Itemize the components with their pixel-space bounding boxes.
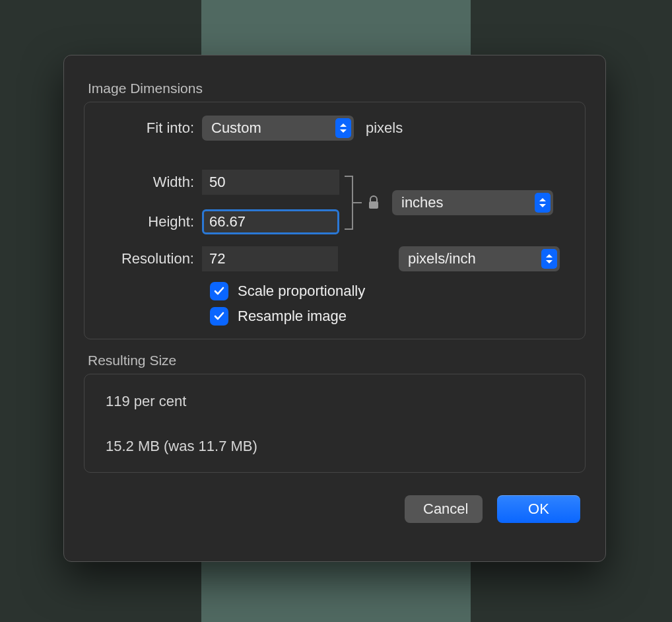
check-icon	[213, 310, 225, 322]
resample-image-checkbox[interactable]	[210, 307, 228, 326]
svg-rect-0	[369, 201, 378, 209]
image-dimensions-group: Fit into: Custom pixels Width: Height:	[84, 102, 586, 339]
resulting-size-title: Resulting Size	[88, 353, 586, 368]
ok-button[interactable]: OK	[497, 495, 580, 523]
resolution-unit-select[interactable]: pixels/inch	[399, 246, 560, 271]
chevron-updown-icon	[541, 249, 557, 269]
resulting-size-group: 119 per cent 15.2 MB (was 11.7 MB)	[84, 374, 586, 473]
chevron-updown-icon	[535, 193, 551, 213]
lock-icon	[367, 170, 380, 236]
scale-proportionally-checkbox[interactable]	[210, 282, 228, 300]
fit-into-value: Custom	[211, 120, 261, 137]
resolution-label: Resolution:	[98, 250, 202, 267]
resample-image-label: Resample image	[238, 308, 347, 325]
height-label: Height:	[98, 213, 202, 230]
cancel-button[interactable]: Cancel	[405, 495, 483, 523]
resolution-input[interactable]	[202, 246, 338, 271]
image-dimensions-title: Image Dimensions	[88, 81, 586, 96]
resulting-bytes: 15.2 MB (was 11.7 MB)	[98, 432, 572, 459]
fit-into-select[interactable]: Custom	[202, 116, 354, 141]
height-input[interactable]	[202, 209, 339, 234]
dimension-unit-select[interactable]: inches	[392, 190, 553, 215]
width-label: Width:	[98, 174, 202, 191]
dimension-unit-value: inches	[401, 194, 444, 211]
scale-proportionally-label: Scale proportionally	[238, 283, 365, 300]
width-input[interactable]	[202, 170, 339, 195]
check-icon	[213, 285, 225, 297]
image-dimensions-dialog: Image Dimensions Fit into: Custom pixels…	[63, 55, 606, 562]
fit-into-units-label: pixels	[366, 120, 403, 137]
fit-into-label: Fit into:	[98, 120, 202, 137]
resulting-percent: 119 per cent	[98, 388, 572, 414]
chevron-updown-icon	[335, 118, 351, 138]
link-bracket	[343, 170, 363, 236]
resolution-unit-value: pixels/inch	[408, 250, 476, 267]
